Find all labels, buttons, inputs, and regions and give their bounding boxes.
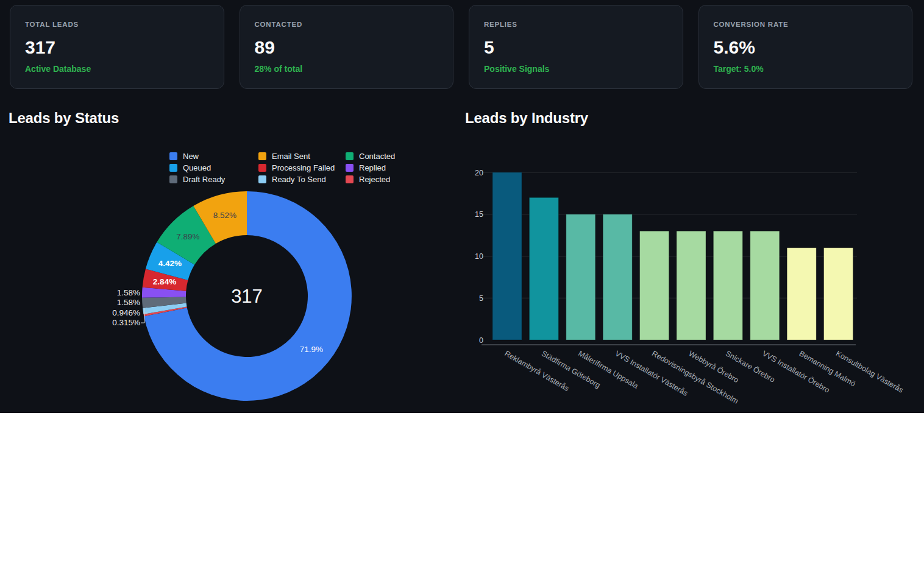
dashboard-page: TOTAL LEADS 317 Active Database CONTACTE… [0,0,924,575]
dashboard-dark-section: TOTAL LEADS 317 Active Database CONTACTE… [0,0,924,413]
stat-delta: Target: 5.0% [714,64,898,74]
donut-label-rejected: 0.315% [112,318,140,327]
stat-value: 89 [255,37,439,57]
donut-label-replied: 1.58% [117,288,140,297]
y-tick-label: 0 [479,336,483,345]
donut-center-total: 317 [231,286,263,307]
status-chart-title: Leads by Status [9,110,119,127]
donut-label-new: 71.9% [300,345,323,354]
stat-card-total-leads: TOTAL LEADS 317 Active Database [10,5,224,89]
bar-webbyr-rebro[interactable] [677,231,706,340]
stat-card-replies: REPLIES 5 Positive Signals [469,5,683,89]
bar-m-lerifirma-uppsala[interactable] [566,214,595,340]
donut-label-processing-failed: 2.84% [153,277,176,286]
x-tick-label: Reklambyrå Västerås [503,349,570,393]
donut-label-ready-to-send: 0.946% [112,308,140,317]
x-tick-label: Målerifirma Uppsala [577,349,639,390]
bar-vvs-installat-r-v-ster-s[interactable] [603,214,632,340]
donut-label-queued: 4.42% [158,259,182,268]
x-tick-label: Konsultbolag Västerås [834,349,904,395]
stat-delta: Active Database [25,64,209,74]
industry-chart-title: Leads by Industry [465,110,588,127]
stat-cards-row: TOTAL LEADS 317 Active Database CONTACTE… [0,0,924,89]
y-tick-label: 5 [479,294,483,303]
y-tick-label: 15 [475,210,483,219]
bar-reklambyr-v-ster-s[interactable] [492,172,522,340]
empty-footer [0,413,924,575]
bar-bemanning-malm[interactable] [787,248,816,340]
stat-label: REPLIES [484,21,668,28]
x-tick-label: VVS Installatör Örebro [761,349,831,395]
stat-card-conversion-rate: CONVERSION RATE 5.6% Target: 5.0% [698,5,913,89]
stat-value: 5.6% [714,37,898,57]
stat-label: CONVERSION RATE [714,21,898,28]
stat-value: 5 [484,37,668,57]
donut-label-contacted: 7.89% [176,232,199,241]
donut-label-draft-ready: 1.58% [117,298,140,307]
bar-redovisningsbyr-stockholm[interactable] [640,231,669,340]
bar-vvs-installat-r-rebro[interactable] [750,231,780,340]
stat-label: CONTACTED [255,21,439,28]
bar-konsultbolag-v-ster-s[interactable] [824,248,853,340]
status-donut-chart: 71.9%2.84%4.42%7.89%8.52%1.58%1.58%0.946… [0,140,462,413]
stat-delta: 28% of total [255,64,439,74]
donut-label-email-sent: 8.52% [213,211,236,220]
industry-bar-chart: 05101520Reklambyrå VästeråsStädfirma Göt… [465,140,924,413]
stat-label: TOTAL LEADS [25,21,209,28]
stat-value: 317 [25,37,209,57]
y-tick-label: 20 [475,169,483,177]
y-tick-label: 10 [475,252,483,261]
bar-st-dfirma-g-teborg[interactable] [529,197,558,340]
stat-card-contacted: CONTACTED 89 28% of total [240,5,454,89]
bar-snickare-rebro[interactable] [713,231,742,340]
stat-delta: Positive Signals [484,64,668,74]
